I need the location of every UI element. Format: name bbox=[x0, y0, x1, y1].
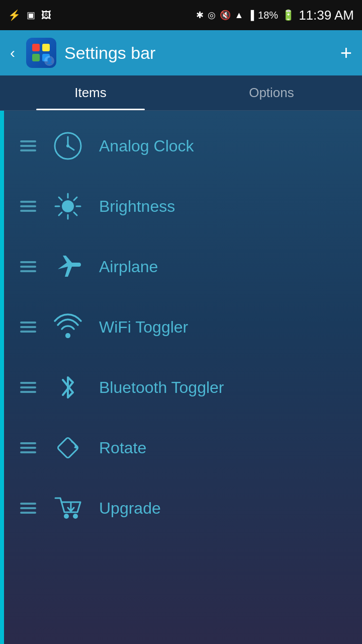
mute-icon: 🔇 bbox=[220, 10, 231, 21]
tab-options[interactable]: Options bbox=[181, 75, 362, 110]
list-item-label-wifi-toggler: WiFi Toggler bbox=[99, 318, 188, 337]
usb-icon: ⚡ bbox=[8, 9, 21, 21]
app-bar-left: ‹ 👤 Settings bar bbox=[10, 38, 155, 68]
drag-handle-airplane[interactable] bbox=[20, 261, 36, 272]
app-bar-title: Settings bar bbox=[64, 43, 155, 63]
list-item-label-upgrade: Upgrade bbox=[99, 499, 161, 518]
svg-point-3 bbox=[66, 144, 69, 147]
list-item-upgrade[interactable]: Upgrade bbox=[0, 478, 362, 538]
drag-handle-rotate[interactable] bbox=[20, 442, 36, 453]
list-item-wifi-toggler[interactable]: WiFi Toggler bbox=[0, 297, 362, 357]
svg-point-15 bbox=[64, 514, 69, 519]
status-icons-right: ✱ ◎ 🔇 ▲ ▐ 18% 🔋 11:39 AM bbox=[196, 8, 354, 23]
svg-line-9 bbox=[59, 197, 62, 200]
list-item-analog-clock[interactable]: Analog Clock bbox=[0, 116, 362, 176]
drag-handle-analog-clock[interactable] bbox=[20, 140, 36, 151]
drag-handle-brightness[interactable] bbox=[20, 201, 36, 212]
brightness-icon bbox=[51, 190, 84, 223]
bluetooth-icon bbox=[51, 371, 84, 404]
svg-point-4 bbox=[62, 200, 74, 212]
list-item-airplane[interactable]: Airplane bbox=[0, 236, 362, 297]
status-icons-left: ⚡ ▣ 🖼 bbox=[8, 9, 51, 21]
image-icon: 🖼 bbox=[41, 10, 51, 21]
svg-line-11 bbox=[74, 197, 77, 200]
tab-bar: Items Options bbox=[0, 75, 362, 111]
back-arrow-icon[interactable]: ‹ bbox=[10, 44, 15, 61]
app-icon: 👤 bbox=[26, 38, 56, 68]
drag-handle-upgrade[interactable] bbox=[20, 503, 36, 514]
upgrade-icon bbox=[51, 492, 84, 525]
svg-line-10 bbox=[74, 212, 77, 215]
status-time: 11:39 AM bbox=[299, 8, 354, 23]
list-item-bluetooth-toggler[interactable]: Bluetooth Toggler bbox=[0, 357, 362, 418]
bluetooth-status-icon: ✱ bbox=[196, 10, 204, 21]
drag-handle-wifi-toggler[interactable] bbox=[20, 321, 36, 333]
list-item-label-rotate: Rotate bbox=[99, 439, 146, 457]
battery-percent: 18% bbox=[258, 10, 278, 21]
signal-icon: ▐ bbox=[247, 10, 254, 21]
battery-icon: 🔋 bbox=[282, 9, 295, 21]
status-bar: ⚡ ▣ 🖼 ✱ ◎ 🔇 ▲ ▐ 18% 🔋 11:39 AM bbox=[0, 0, 362, 30]
list-item-label-brightness: Brightness bbox=[99, 197, 175, 216]
nfc-icon: ◎ bbox=[208, 10, 216, 21]
list-item-label-bluetooth-toggler: Bluetooth Toggler bbox=[99, 378, 224, 397]
app1-icon: ▣ bbox=[27, 10, 35, 21]
drag-handle-bluetooth-toggler[interactable] bbox=[20, 382, 36, 393]
svg-line-12 bbox=[59, 212, 62, 215]
clock-icon bbox=[51, 130, 84, 163]
list-item-rotate[interactable]: Rotate bbox=[0, 418, 362, 478]
list-item-brightness[interactable]: Brightness bbox=[0, 176, 362, 236]
main-content: Analog Clock Brightness bbox=[0, 111, 362, 644]
airplane-icon bbox=[51, 251, 84, 283]
wifi-icon bbox=[51, 311, 84, 344]
svg-point-16 bbox=[73, 514, 78, 519]
wifi-status-icon: ▲ bbox=[235, 10, 244, 21]
tab-items[interactable]: Items bbox=[0, 75, 181, 110]
list-item-label-airplane: Airplane bbox=[99, 258, 158, 276]
list-item-label-analog-clock: Analog Clock bbox=[99, 137, 194, 155]
app-bar: ‹ 👤 Settings bar + bbox=[0, 30, 362, 75]
rotate-icon bbox=[51, 432, 84, 464]
add-button[interactable]: + bbox=[340, 43, 352, 63]
